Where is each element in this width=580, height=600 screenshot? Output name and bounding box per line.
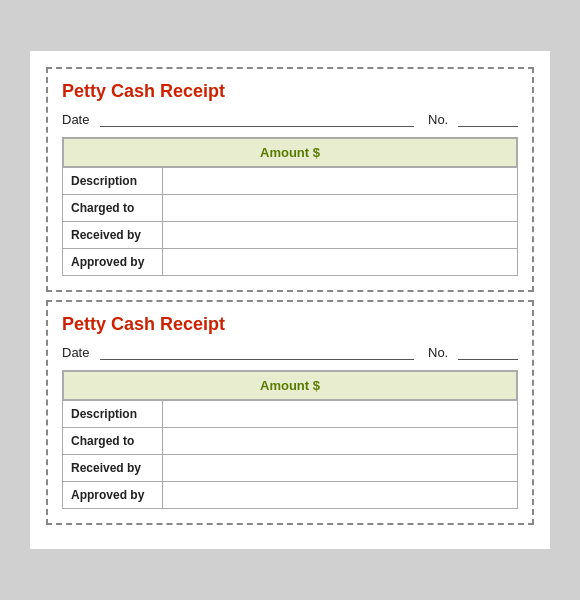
row-value-received-2 (163, 455, 517, 481)
table-row: Approved by (63, 248, 517, 275)
row-value-description-1 (163, 168, 517, 194)
page: Petty Cash Receipt Date No. Amount $ Des… (30, 51, 550, 549)
receipt-2-title: Petty Cash Receipt (62, 314, 518, 335)
receipt-1-amount-header: Amount $ (63, 138, 517, 167)
table-row: Received by (63, 221, 517, 248)
row-label-approved-1: Approved by (63, 249, 163, 275)
table-row: Description (63, 167, 517, 194)
row-label-approved-2: Approved by (63, 482, 163, 508)
row-label-received-1: Received by (63, 222, 163, 248)
row-value-received-1 (163, 222, 517, 248)
receipt-2-no-label: No. (428, 345, 452, 360)
row-value-approved-1 (163, 249, 517, 275)
table-row: Charged to (63, 194, 517, 221)
row-label-charged-1: Charged to (63, 195, 163, 221)
receipt-2-no-line (458, 346, 518, 360)
receipt-2-date-label: Date (62, 345, 94, 360)
receipt-1-table: Amount $ Description Charged to Received… (62, 137, 518, 276)
receipt-1: Petty Cash Receipt Date No. Amount $ Des… (46, 67, 534, 292)
receipt-1-no-label: No. (428, 112, 452, 127)
row-label-charged-2: Charged to (63, 428, 163, 454)
row-value-charged-1 (163, 195, 517, 221)
receipt-2-amount-header: Amount $ (63, 371, 517, 400)
table-row: Approved by (63, 481, 517, 508)
receipt-1-title: Petty Cash Receipt (62, 81, 518, 102)
receipt-1-no-line (458, 113, 518, 127)
receipt-1-date-line (100, 113, 414, 127)
receipt-1-date-row: Date No. (62, 112, 518, 127)
row-value-approved-2 (163, 482, 517, 508)
row-label-description-2: Description (63, 401, 163, 427)
row-value-description-2 (163, 401, 517, 427)
table-row: Received by (63, 454, 517, 481)
receipt-2-table: Amount $ Description Charged to Received… (62, 370, 518, 509)
receipt-1-date-label: Date (62, 112, 94, 127)
table-row: Description (63, 400, 517, 427)
row-label-description-1: Description (63, 168, 163, 194)
receipt-2-date-row: Date No. (62, 345, 518, 360)
row-label-received-2: Received by (63, 455, 163, 481)
row-value-charged-2 (163, 428, 517, 454)
receipt-2-date-line (100, 346, 414, 360)
table-row: Charged to (63, 427, 517, 454)
receipt-2: Petty Cash Receipt Date No. Amount $ Des… (46, 300, 534, 525)
